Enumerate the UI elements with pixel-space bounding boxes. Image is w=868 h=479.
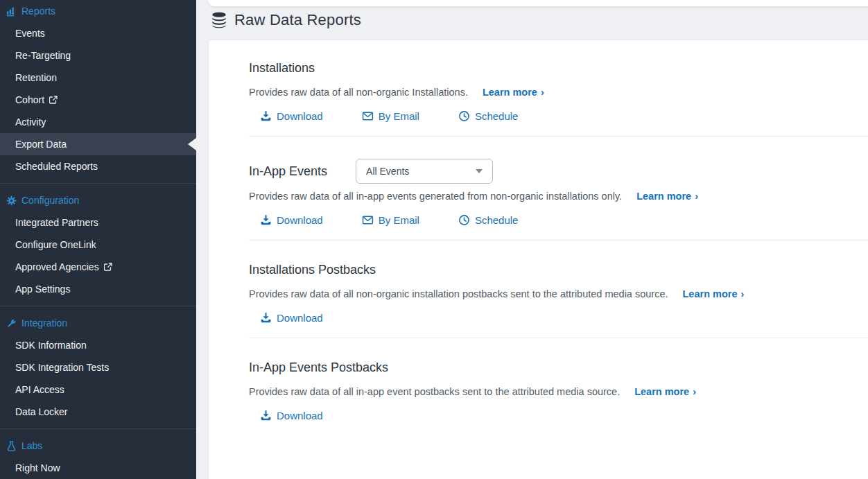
sidebar-divider — [0, 428, 196, 429]
sidebar-item-label: SDK Integration Tests — [15, 362, 109, 373]
raw-data-reports-card: InstallationsProvides raw data of all no… — [208, 40, 868, 479]
sidebar-section-header-reports[interactable]: Reports — [0, 0, 196, 22]
sidebar-item-label: SDK Information — [15, 340, 87, 351]
page-title: Raw Data Reports — [234, 11, 361, 29]
download-icon — [260, 410, 272, 421]
report-title: In-App Events — [249, 164, 327, 179]
sidebar-item-export-data[interactable]: Export Data — [0, 133, 196, 155]
report-title: Installations Postbacks — [249, 263, 376, 277]
sidebar-section-label: Configuration — [21, 195, 79, 206]
download-link[interactable]: Download — [260, 410, 323, 421]
external-link-icon — [104, 263, 112, 271]
sidebar-item-api-access[interactable]: API Access — [0, 378, 196, 401]
report-actions-row: DownloadBy EmailSchedule — [249, 214, 841, 226]
learn-more-link[interactable]: Learn more› — [634, 386, 696, 397]
sidebar-section-header-configuration[interactable]: Configuration — [0, 189, 196, 211]
sidebar-item-right-now[interactable]: Right Now — [0, 457, 196, 479]
sidebar-item-re-targeting[interactable]: Re-Targeting — [0, 44, 196, 67]
report-section-installations: InstallationsProvides raw data of all no… — [209, 61, 868, 122]
sidebar-section-header-integration[interactable]: Integration — [0, 312, 196, 334]
report-title: Installations — [249, 61, 315, 76]
report-actions-row: DownloadBy EmailSchedule — [249, 110, 841, 122]
report-description: Provides raw data of all in-app events g… — [249, 191, 622, 202]
gear-icon — [6, 195, 17, 206]
chevron-right-icon: › — [695, 191, 698, 202]
download-icon — [260, 110, 272, 122]
report-description-row: Provides raw data of all non-organic Ins… — [249, 87, 841, 98]
sidebar-item-events[interactable]: Events — [0, 22, 196, 44]
download-link[interactable]: Download — [260, 110, 323, 122]
sidebar-item-scheduled-reports[interactable]: Scheduled Reports — [0, 155, 196, 177]
database-icon — [210, 11, 228, 29]
main-content: Raw Data Reports InstallationsProvides r… — [196, 0, 868, 479]
events-dropdown[interactable]: All Events — [356, 159, 493, 184]
sidebar-item-label: Integrated Partners — [15, 217, 98, 228]
report-description: Provides raw data of all non-organic ins… — [249, 288, 668, 299]
report-actions-row: Download — [249, 312, 841, 324]
sidebar-item-label: Events — [15, 28, 45, 39]
download-link[interactable]: Download — [260, 214, 323, 226]
sidebar-item-activity[interactable]: Activity — [0, 111, 196, 133]
sidebar-item-sdk-integration-tests[interactable]: SDK Integration Tests — [0, 356, 196, 378]
by-email-link[interactable]: By Email — [362, 110, 419, 122]
report-section-installations-postbacks: Installations PostbacksProvides raw data… — [209, 263, 868, 324]
report-actions-row: Download — [249, 410, 841, 421]
download-icon — [260, 214, 272, 226]
sidebar-item-label: Export Data — [15, 139, 67, 150]
schedule-icon — [458, 214, 470, 226]
sidebar-item-label: API Access — [15, 384, 64, 395]
report-section-in-app-events-postbacks: In-App Events PostbacksProvides raw data… — [209, 360, 868, 421]
sidebar-item-label: Approved Agencies — [15, 261, 99, 272]
sidebar-section-label: Labs — [21, 440, 42, 451]
sidebar-section-labs: LabsRight Now — [0, 435, 196, 479]
chevron-right-icon: › — [541, 87, 544, 98]
schedule-icon — [458, 110, 470, 122]
sidebar-item-label: Scheduled Reports — [15, 161, 98, 172]
download-label: Download — [277, 110, 323, 122]
sidebar-item-label: Cohort — [15, 94, 44, 105]
report-divider — [249, 338, 868, 338]
sidebar-item-sdk-information[interactable]: SDK Information — [0, 334, 196, 356]
sidebar: ReportsEventsRe-TargetingRetentionCohort… — [0, 0, 196, 479]
report-title: In-App Events Postbacks — [249, 360, 388, 375]
report-header-row: In-App EventsAll Events — [249, 159, 841, 184]
learn-more-label: Learn more — [634, 386, 689, 397]
sidebar-section-header-labs[interactable]: Labs — [0, 435, 196, 457]
sidebar-item-app-settings[interactable]: App Settings — [0, 278, 196, 300]
report-description-row: Provides raw data of all in-app event po… — [249, 386, 841, 397]
sidebar-item-label: Right Now — [15, 462, 60, 473]
app-window: ReportsEventsRe-TargetingRetentionCohort… — [0, 0, 868, 479]
download-label: Download — [277, 312, 323, 324]
chevron-right-icon: › — [693, 386, 696, 397]
schedule-link[interactable]: Schedule — [458, 214, 519, 226]
schedule-link[interactable]: Schedule — [458, 110, 519, 122]
top-card-edge — [208, 0, 868, 7]
sidebar-section-label: Integration — [21, 317, 67, 329]
sidebar-item-integrated-partners[interactable]: Integrated Partners — [0, 211, 196, 234]
learn-more-link[interactable]: Learn more› — [683, 288, 745, 299]
external-link-icon — [49, 96, 58, 104]
report-description-row: Provides raw data of all non-organic ins… — [249, 288, 841, 299]
schedule-label: Schedule — [475, 214, 519, 226]
report-header-row: Installations Postbacks — [249, 263, 841, 277]
report-header-row: In-App Events Postbacks — [249, 360, 841, 375]
learn-more-label: Learn more — [636, 191, 691, 202]
report-header-row: Installations — [249, 61, 841, 76]
sidebar-item-data-locker[interactable]: Data Locker — [0, 401, 196, 423]
report-section-in-app-events: In-App EventsAll EventsProvides raw data… — [209, 159, 868, 226]
sidebar-item-label: Configure OneLink — [15, 239, 96, 250]
sidebar-item-label: App Settings — [15, 284, 70, 295]
learn-more-link[interactable]: Learn more› — [483, 87, 544, 98]
download-label: Download — [277, 214, 323, 226]
sidebar-item-label: Re-Targeting — [15, 50, 71, 61]
learn-more-link[interactable]: Learn more› — [636, 191, 698, 202]
sidebar-item-configure-onelink[interactable]: Configure OneLink — [0, 234, 196, 256]
sidebar-item-retention[interactable]: Retention — [0, 67, 196, 89]
download-icon — [260, 312, 272, 324]
download-link[interactable]: Download — [260, 312, 323, 324]
sidebar-item-approved-agencies[interactable]: Approved Agencies — [0, 256, 196, 278]
sidebar-item-cohort[interactable]: Cohort — [0, 89, 196, 111]
by-email-link[interactable]: By Email — [362, 214, 419, 226]
flask-icon — [6, 440, 17, 451]
sidebar-section-configuration: ConfigurationIntegrated PartnersConfigur… — [0, 189, 196, 300]
